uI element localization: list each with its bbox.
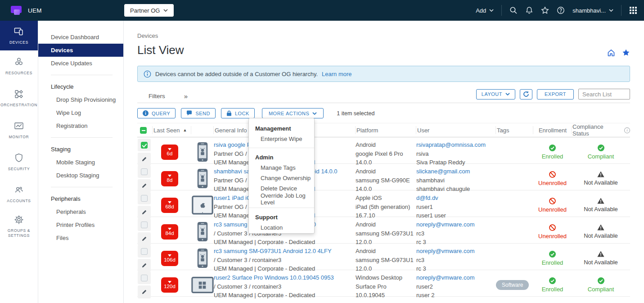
sidebar-item-files[interactable]: Files bbox=[38, 231, 123, 244]
rail-item-orchestration[interactable]: ORCHESTRATION bbox=[0, 82, 38, 114]
sidebar-item-device-dashboard[interactable]: Device Dashboard bbox=[38, 31, 123, 44]
menu-group-admin: Admin bbox=[249, 152, 314, 163]
query-info-icon bbox=[143, 110, 149, 116]
sidebar-item-printer-profiles[interactable]: Printer Profiles bbox=[38, 218, 123, 231]
send-button[interactable]: SEND bbox=[181, 108, 216, 118]
table-row[interactable]: 8dshambhavi samsung SM-G990E Android 14.… bbox=[137, 164, 630, 190]
rail-item-devices[interactable]: DEVICES bbox=[0, 21, 38, 50]
last-seen-badge: 120d bbox=[161, 277, 178, 293]
android-phone-icon bbox=[195, 142, 210, 162]
row-checkbox[interactable] bbox=[141, 222, 148, 228]
rail-item-resources[interactable]: RESOURCES bbox=[0, 50, 38, 82]
edit-pencil-icon[interactable] bbox=[141, 289, 147, 295]
edit-pencil-icon[interactable] bbox=[141, 236, 147, 242]
resources-icon bbox=[14, 57, 24, 68]
favorite-star-icon[interactable] bbox=[622, 49, 630, 57]
table-row[interactable]: 120druser2 Surface Pro Windows 10.0.1904… bbox=[137, 270, 630, 297]
column-header-tags[interactable]: Tags bbox=[496, 126, 533, 134]
sidebar-item-mobile-staging[interactable]: Mobile Staging bbox=[38, 156, 123, 169]
user-email-link[interactable]: noreply@vmware.com bbox=[416, 273, 475, 282]
table-row[interactable]: 68druser1 iPad iOS 16.7.10Partner OG / C… bbox=[137, 190, 630, 217]
divider bbox=[501, 5, 502, 16]
rail-item-security[interactable]: SECURITY bbox=[0, 146, 38, 178]
search-input[interactable] bbox=[578, 89, 630, 99]
warning-triangle-icon bbox=[597, 224, 604, 231]
platform-os: Android bbox=[356, 220, 416, 229]
rail-item-accounts[interactable]: ACCOUNTS bbox=[0, 178, 38, 210]
sidebar-item-desktop-staging[interactable]: Desktop Staging bbox=[38, 169, 123, 182]
platform-os: Apple iOS bbox=[356, 194, 416, 203]
column-header-platform[interactable]: Platform bbox=[356, 126, 416, 134]
column-header-user[interactable]: User bbox=[416, 126, 496, 134]
add-menu-button[interactable]: Add bbox=[476, 7, 494, 14]
sidebar-item-peripherals[interactable]: Peripherals bbox=[38, 205, 123, 218]
check-circle-icon bbox=[598, 145, 604, 151]
platform-version: 10.0.19045 bbox=[356, 291, 416, 300]
rail-item-groups-settings[interactable]: GROUPS & SETTINGS bbox=[0, 210, 38, 242]
device-name-link[interactable]: ruser2 Surface Pro Windows 10.0.19045 09… bbox=[214, 273, 334, 282]
user-menu[interactable]: shambhavi... bbox=[572, 7, 613, 14]
edit-pencil-icon[interactable] bbox=[141, 262, 147, 268]
refresh-button[interactable] bbox=[520, 89, 532, 99]
help-icon[interactable] bbox=[557, 6, 565, 14]
table-row[interactable]: 6drsiva google Pixel 6 Pro Android 14.0.… bbox=[137, 137, 630, 164]
row-checkbox[interactable] bbox=[141, 195, 148, 202]
edit-pencil-icon[interactable] bbox=[141, 183, 147, 189]
table-row[interactable]: 106drc3 samsung SM-G973U1 Android 12.0 4… bbox=[137, 244, 630, 270]
sidebar-item-device-updates[interactable]: Device Updates bbox=[38, 57, 123, 70]
table-header: Last Seen▲ General Info Platform User Ta… bbox=[137, 123, 630, 137]
sidebar-item-drop-ship-provisioning[interactable]: Drop Ship Provisioning bbox=[38, 93, 123, 106]
menu-item-change-ownership[interactable]: Change Ownership bbox=[249, 173, 314, 183]
og-selector-button[interactable]: Partner OG bbox=[124, 4, 174, 17]
device-name-link[interactable]: rc3 samsung SM-G973U1 Android 12.0 4LFY bbox=[214, 247, 332, 256]
menu-item-location[interactable]: Location bbox=[249, 222, 314, 233]
user-email-link[interactable]: d@fd.dv bbox=[416, 194, 438, 203]
edit-pencil-icon[interactable] bbox=[141, 156, 147, 162]
divider bbox=[51, 75, 113, 75]
row-checkbox[interactable] bbox=[141, 275, 148, 281]
table-row[interactable]: 84drc3 samsung SM-G973U1 Android 12.0/ C… bbox=[137, 217, 630, 244]
menu-item-enterprise-wipe[interactable]: Enterprise Wipe bbox=[249, 134, 314, 144]
query-button[interactable]: QUERY bbox=[137, 108, 176, 118]
menu-item-override-job-log-level[interactable]: Override Job Log Level bbox=[249, 194, 314, 204]
bell-icon[interactable] bbox=[525, 6, 533, 14]
export-button[interactable]: EXPORT bbox=[537, 89, 574, 99]
column-header-enrollment[interactable]: Enrollment bbox=[533, 126, 572, 134]
more-actions-button[interactable]: MORE ACTIONS bbox=[262, 108, 324, 118]
primary-nav-rail: DEVICES RESOURCES ORCHESTRATION MONITOR … bbox=[0, 21, 38, 303]
learn-more-link[interactable]: Learn more bbox=[322, 71, 351, 77]
menu-group-management: Management bbox=[249, 123, 314, 134]
platform-model: Surface Pro bbox=[356, 282, 416, 291]
sidebar-item-registration[interactable]: Registration bbox=[38, 119, 123, 132]
filters-expand-icon[interactable]: » bbox=[184, 92, 188, 100]
edit-pencil-icon[interactable] bbox=[141, 209, 147, 215]
select-all-checkbox[interactable] bbox=[140, 127, 147, 134]
rail-item-monitor[interactable]: MONITOR bbox=[0, 114, 38, 146]
lock-button[interactable]: LOCK bbox=[221, 108, 255, 118]
platform-os: Android bbox=[356, 247, 416, 256]
user-email-link[interactable]: rsivapratap@omnissa.com bbox=[416, 140, 486, 149]
column-header-compliance[interactable]: Compliance Statusi bbox=[572, 126, 630, 134]
menu-item-manage-tags[interactable]: Manage Tags bbox=[249, 163, 314, 173]
column-header-last-seen[interactable]: Last Seen▲ bbox=[153, 126, 191, 134]
sidebar-item-wipe-log[interactable]: Wipe Log bbox=[38, 106, 123, 119]
row-checkbox[interactable] bbox=[141, 142, 148, 149]
triangle-down-icon bbox=[168, 201, 171, 204]
search-icon[interactable] bbox=[509, 6, 518, 14]
check-circle-icon bbox=[549, 251, 556, 258]
user-email-link[interactable]: noreply@vmware.com bbox=[416, 220, 475, 229]
row-checkbox[interactable] bbox=[141, 248, 148, 255]
star-icon[interactable] bbox=[541, 6, 549, 14]
user-name: ruser1 bbox=[416, 203, 496, 212]
user-email-link[interactable]: slickane@gmail.com bbox=[416, 167, 470, 176]
row-checkbox[interactable] bbox=[141, 168, 148, 175]
orchestration-icon bbox=[14, 89, 24, 99]
enrollment-status: Enrolled bbox=[542, 259, 563, 266]
gear-icon bbox=[14, 214, 24, 225]
home-icon[interactable] bbox=[607, 49, 615, 57]
user-email-link[interactable]: noreply@vmware.com bbox=[416, 247, 475, 256]
chevron-down-icon bbox=[489, 9, 494, 12]
layout-button[interactable]: LAYOUT bbox=[476, 89, 515, 99]
sidebar-item-devices[interactable]: Devices bbox=[38, 44, 123, 57]
app-grid-icon[interactable] bbox=[629, 6, 637, 14]
